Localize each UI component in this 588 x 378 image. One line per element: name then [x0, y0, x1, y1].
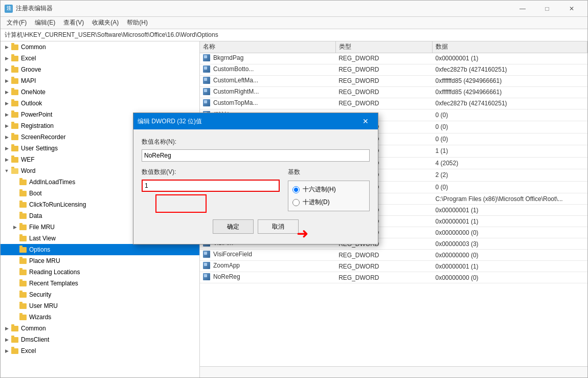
- folder-icon: [11, 155, 19, 164]
- folder-icon: [11, 336, 19, 344]
- cell-name: CustomRightM...: [200, 86, 335, 98]
- radio-dec-label: 十进制(D): [303, 198, 330, 207]
- ok-button[interactable]: 确定: [213, 219, 254, 234]
- expander-registration: ▶: [3, 122, 11, 130]
- cell-data: 0xfec2827b (4274160251): [433, 98, 587, 109]
- cell-data: 0 (0): [433, 109, 587, 121]
- radio-dec[interactable]: [292, 199, 300, 206]
- dialog-close-button[interactable]: ✕: [357, 113, 374, 129]
- tree-item-wizards[interactable]: ▶ Wizards: [1, 312, 199, 323]
- tree-item-excel-top[interactable]: ▶ Excel: [1, 53, 199, 64]
- expander-groove: ▶: [3, 65, 11, 74]
- folder-icon: [11, 88, 19, 96]
- radio-dec-item[interactable]: 十进制(D): [292, 198, 365, 207]
- value-name-label: 数值名称(N):: [142, 138, 370, 146]
- cell-data: 0x00000000 (0): [433, 272, 587, 283]
- expander-filemru: ▶: [11, 223, 19, 231]
- folder-icon: [11, 347, 19, 355]
- tree-item-usermru[interactable]: ▶ User MRU: [1, 300, 199, 312]
- tree-item-onenote[interactable]: ▶ OneNote: [1, 86, 199, 98]
- expander-excel2: ▶: [3, 347, 11, 355]
- cell-name: BkgrndPag: [200, 53, 335, 64]
- title-bar: 注 注册表编辑器 — □ ✕: [1, 1, 587, 17]
- expander-powerpoint: ▶: [3, 110, 11, 119]
- table-row[interactable]: NoReRegREG_DWORD0x00000000 (0): [200, 272, 587, 283]
- menu-bar: 文件(F) 编辑(E) 查看(V) 收藏夹(A) 帮助(H): [1, 17, 587, 29]
- table-row[interactable]: CustomLeftMa...REG_DWORD0xffffffd85 (429…: [200, 75, 587, 86]
- table-row[interactable]: ZoomAppREG_DWORD0x00000001 (1): [200, 261, 587, 272]
- cell-data: 0x00000001 (1): [433, 53, 587, 64]
- folder-icon: [11, 110, 19, 119]
- table-row[interactable]: CustomRightM...REG_DWORD0xffffffd85 (429…: [200, 86, 587, 98]
- folder-icon: [11, 122, 19, 130]
- cell-data: 0 (0): [433, 133, 587, 145]
- maximize-button[interactable]: □: [535, 1, 559, 17]
- tree-label-security: Security: [29, 291, 51, 298]
- tree-label-usersettings: User Settings: [21, 145, 58, 152]
- table-row[interactable]: CustomTopMa...REG_DWORD0xfec2827b (42741…: [200, 98, 587, 109]
- tree-item-common2[interactable]: ▶ Common: [1, 323, 199, 334]
- tree-item-excel2[interactable]: ▶ Excel: [1, 345, 199, 357]
- cell-data: 1 (1): [433, 145, 587, 158]
- tree-item-common-top[interactable]: ▶ Common: [1, 41, 199, 53]
- value-data-input[interactable]: [142, 180, 280, 192]
- cell-data: C:\Program Files (x86)\Microsoft Office\…: [433, 193, 587, 205]
- folder-icon: [11, 324, 19, 332]
- minimize-button[interactable]: —: [511, 1, 534, 17]
- tree-label-clicktorun: ClickToRunLicensing: [29, 201, 86, 208]
- folder-icon: [19, 201, 27, 209]
- menu-help[interactable]: 帮助(H): [123, 17, 152, 28]
- tree-item-security[interactable]: ▶ Security: [1, 289, 199, 300]
- folder-icon: [19, 212, 27, 220]
- tree-label-addinloadtimes: AddInLoadTimes: [29, 179, 75, 186]
- menu-file[interactable]: 文件(F): [3, 17, 31, 28]
- expander-excel: ▶: [3, 54, 11, 62]
- folder-icon: [11, 54, 19, 62]
- cell-data: 0x00000000 (0): [433, 227, 587, 238]
- cell-data: 0xffffffd85 (4294966661): [433, 86, 587, 98]
- value-data-label: 数值数据(V):: [142, 168, 280, 176]
- value-data-section: 数值数据(V):: [142, 168, 280, 192]
- tree-item-readinglocations[interactable]: ▶ Reading Locations: [1, 266, 199, 278]
- col-header-name[interactable]: 名称: [200, 41, 335, 53]
- tree-item-mapi[interactable]: ▶ MAPI: [1, 75, 199, 86]
- close-button[interactable]: ✕: [560, 1, 583, 17]
- tree-item-outlook[interactable]: ▶ Outlook: [1, 98, 199, 109]
- tree-label-options: Options: [29, 246, 50, 253]
- tree-item-dmsclient[interactable]: ▶ DmsClient: [1, 334, 199, 345]
- col-header-type[interactable]: 类型: [335, 41, 432, 53]
- dialog-content: 数值名称(N): 数值数据(V): 基数 十六进制(H) 十进制(D): [133, 129, 378, 244]
- tree-label-boot: Boot: [29, 190, 42, 197]
- cell-name: VisiForceField: [200, 250, 335, 261]
- expander-mapi: ▶: [3, 77, 11, 85]
- cancel-button[interactable]: 取消: [258, 219, 299, 234]
- cell-data: 0x00000001 (1): [433, 216, 587, 227]
- tree-label-word: Word: [21, 167, 35, 174]
- folder-icon: [11, 77, 19, 85]
- radio-hex[interactable]: [292, 186, 300, 193]
- expander-word: ▼: [3, 167, 11, 175]
- table-row[interactable]: BkgrndPagREG_DWORD0x00000001 (1): [200, 53, 587, 64]
- address-bar: 计算机\HKEY_CURRENT_USER\Software\Microsoft…: [1, 29, 587, 41]
- table-row[interactable]: CustomBotto...REG_DWORD0xfec2827b (42741…: [200, 64, 587, 75]
- expander-wef: ▶: [3, 155, 11, 164]
- tree-item-options[interactable]: ▶ Options: [1, 244, 199, 255]
- menu-view[interactable]: 查看(V): [59, 17, 88, 28]
- cell-name: CustomTopMa...: [200, 98, 335, 109]
- tree-label-dmsclient: DmsClient: [21, 336, 49, 343]
- cell-data: 0xfec2827b (4274160251): [433, 64, 587, 75]
- menu-favorites[interactable]: 收藏夹(A): [88, 17, 123, 28]
- menu-edit[interactable]: 编辑(E): [31, 17, 59, 28]
- tree-item-groove[interactable]: ▶ Groove: [1, 64, 199, 75]
- tree-item-recenttemplates[interactable]: ▶ Recent Templates: [1, 278, 199, 289]
- folder-icon: [19, 234, 27, 242]
- value-name-input[interactable]: [142, 149, 370, 162]
- col-header-data[interactable]: 数据: [433, 41, 587, 53]
- tree-item-placemru[interactable]: ▶ Place MRU: [1, 255, 199, 266]
- radio-hex-item[interactable]: 十六进制(H): [292, 185, 365, 194]
- cell-name: CustomBotto...: [200, 64, 335, 75]
- table-row[interactable]: VisiForceFieldREG_DWORD0x00000000 (0): [200, 250, 587, 261]
- dialog-buttons: 确定 取消: [142, 219, 370, 236]
- address-text: 计算机\HKEY_CURRENT_USER\Software\Microsoft…: [5, 31, 218, 39]
- arrow-indicator: ➜: [297, 225, 308, 242]
